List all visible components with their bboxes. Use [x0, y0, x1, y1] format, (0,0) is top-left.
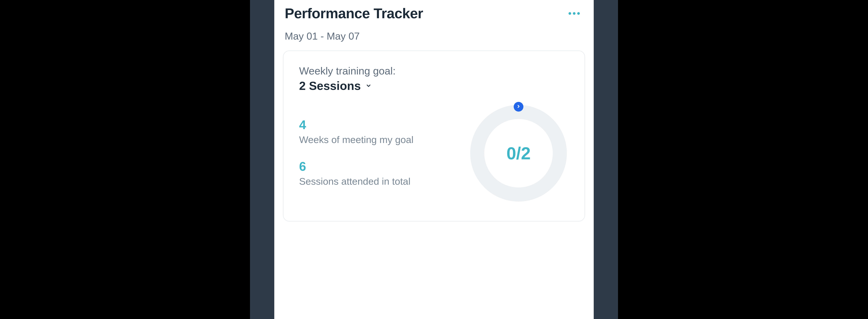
- header: Performance Tracker: [283, 0, 585, 30]
- more-horizontal-icon: [577, 12, 580, 15]
- more-options-button[interactable]: [565, 9, 583, 18]
- stat-sessions-total: 6 Sessions attended in total: [299, 160, 413, 188]
- date-range-label: May 01 - May 07: [283, 30, 585, 51]
- stat-value: 6: [299, 160, 413, 173]
- goal-value: 2 Sessions: [299, 79, 361, 93]
- progress-ring: 0/2: [468, 103, 569, 203]
- stats-left: 4 Weeks of meeting my goal 6 Sessions at…: [299, 119, 413, 188]
- stat-weeks-meeting-goal: 4 Weeks of meeting my goal: [299, 119, 413, 146]
- stats-row: 4 Weeks of meeting my goal 6 Sessions at…: [299, 103, 569, 203]
- goal-card: Weekly training goal: 2 Sessions 4 Weeks…: [283, 51, 585, 221]
- page-title: Performance Tracker: [285, 5, 423, 22]
- stat-value: 4: [299, 119, 413, 131]
- progress-ring-badge[interactable]: [514, 102, 523, 111]
- goal-selector[interactable]: 2 Sessions: [299, 79, 569, 93]
- chevron-down-icon: [366, 83, 372, 89]
- chevron-right-icon: [516, 104, 521, 109]
- stat-label: Weeks of meeting my goal: [299, 133, 413, 146]
- app-screen: Performance Tracker May 01 - May 07 Week…: [274, 0, 594, 319]
- device-frame: Performance Tracker May 01 - May 07 Week…: [250, 0, 618, 319]
- progress-ring-text: 0/2: [468, 103, 569, 203]
- more-horizontal-icon: [568, 12, 571, 15]
- more-horizontal-icon: [573, 12, 576, 15]
- goal-label: Weekly training goal:: [299, 65, 569, 77]
- goal-header: Weekly training goal: 2 Sessions: [299, 65, 569, 93]
- stat-label: Sessions attended in total: [299, 175, 413, 188]
